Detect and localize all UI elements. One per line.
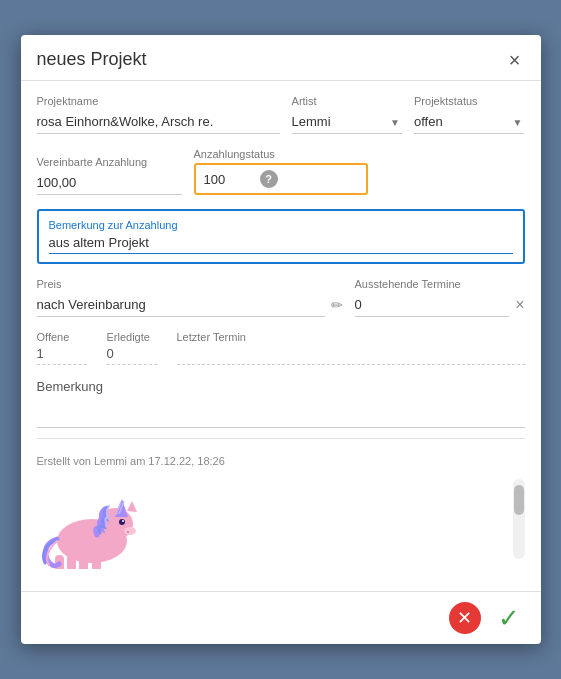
preis-label: Preis xyxy=(37,278,343,290)
cancel-button[interactable]: ✕ xyxy=(449,602,481,634)
anzahlungstatus-input[interactable] xyxy=(204,172,254,187)
ausstehende-group: Ausstehende Termine × xyxy=(355,278,525,317)
projektname-input[interactable] xyxy=(37,110,280,134)
projektname-label: Projektname xyxy=(37,95,280,107)
ausstehende-input[interactable] xyxy=(355,293,510,317)
clear-icon[interactable]: × xyxy=(515,296,524,314)
svg-point-5 xyxy=(122,520,124,522)
cancel-icon: ✕ xyxy=(457,607,472,629)
bemerkung-anzahlung-label: Bemerkung zur Anzahlung xyxy=(49,219,513,231)
letzter-termin-label: Letzter Termin xyxy=(177,331,525,343)
overlay: neues Projekt × Projektname Artist Lemmi… xyxy=(0,0,561,679)
artist-label: Artist xyxy=(292,95,402,107)
ausstehende-input-row: × xyxy=(355,293,525,317)
svg-point-6 xyxy=(124,527,136,535)
close-button[interactable]: × xyxy=(505,50,525,70)
projektstatus-label: Projektstatus xyxy=(414,95,524,107)
bemerkung-input[interactable] xyxy=(37,400,525,428)
row-projekt-info: Projektname Artist Lemmi andere ▼ Projek… xyxy=(37,95,525,134)
preis-input[interactable] xyxy=(37,293,325,317)
image-scrollbar-area xyxy=(513,479,525,559)
row-preis: Preis ✏ Ausstehende Termine × xyxy=(37,278,525,317)
svg-rect-11 xyxy=(92,557,101,569)
dialog-header: neues Projekt × xyxy=(21,35,541,81)
dialog-title: neues Projekt xyxy=(37,49,147,70)
image-area xyxy=(37,479,525,569)
svg-rect-10 xyxy=(79,557,88,569)
projektstatus-select-wrapper: offen abgeschlossen storniert ▼ xyxy=(414,110,524,134)
svg-rect-13 xyxy=(67,555,76,569)
erledigte-value: 0 xyxy=(107,346,157,365)
bemerkung-label: Bemerkung xyxy=(37,379,525,394)
row-anzahlung: Vereinbarte Anzahlung Anzahlungstatus ? xyxy=(37,148,525,195)
artist-select[interactable]: Lemmi andere xyxy=(292,110,402,134)
edit-icon[interactable]: ✏ xyxy=(331,297,343,313)
dialog-body: Projektname Artist Lemmi andere ▼ Projek… xyxy=(21,81,541,591)
vereinbarte-anzahlung-label: Vereinbarte Anzahlung xyxy=(37,156,182,168)
help-icon[interactable]: ? xyxy=(260,170,278,188)
bemerkung-section: Bemerkung xyxy=(37,379,525,428)
dialog: neues Projekt × Projektname Artist Lemmi… xyxy=(21,35,541,644)
unicorn-image xyxy=(37,479,147,569)
preis-input-row: ✏ xyxy=(37,293,343,317)
row-stats: Offene 1 Erledigte 0 Letzter Termin xyxy=(37,331,525,365)
divider xyxy=(37,438,525,439)
save-button[interactable]: ✓ xyxy=(493,602,525,634)
image-scrollbar[interactable] xyxy=(513,479,525,559)
anzahlungstatus-group: Anzahlungstatus ? xyxy=(194,148,368,195)
dialog-footer: ✕ ✓ xyxy=(21,591,541,644)
anzahlungstatus-label: Anzahlungstatus xyxy=(194,148,368,160)
erledigte-label: Erledigte xyxy=(107,331,157,343)
vereinbarte-anzahlung-input[interactable] xyxy=(37,171,182,195)
save-icon: ✓ xyxy=(498,603,520,634)
preis-group: Preis ✏ xyxy=(37,278,343,317)
projektstatus-select[interactable]: offen abgeschlossen storniert xyxy=(414,110,524,134)
letzter-termin-value xyxy=(177,346,525,365)
projektname-group: Projektname xyxy=(37,95,280,134)
offene-value: 1 xyxy=(37,346,87,365)
offene-group: Offene 1 xyxy=(37,331,87,365)
artist-group: Artist Lemmi andere ▼ xyxy=(292,95,402,134)
artist-select-wrapper: Lemmi andere ▼ xyxy=(292,110,402,134)
svg-marker-3 xyxy=(127,501,137,512)
bemerkung-anzahlung-box: Bemerkung zur Anzahlung xyxy=(37,209,525,264)
erstellt-von: Erstellt von Lemmi am 17.12.22, 18:26 xyxy=(37,449,525,467)
offene-label: Offene xyxy=(37,331,87,343)
erledigte-group: Erledigte 0 xyxy=(107,331,157,365)
scrollbar-thumb xyxy=(514,485,524,515)
letzter-termin-group: Letzter Termin xyxy=(177,331,525,365)
anzahlungstatus-box: ? xyxy=(194,163,368,195)
projektstatus-group: Projektstatus offen abgeschlossen storni… xyxy=(414,95,524,134)
ausstehende-label: Ausstehende Termine xyxy=(355,278,525,290)
bemerkung-anzahlung-input[interactable] xyxy=(49,235,513,254)
vereinbarte-anzahlung-group: Vereinbarte Anzahlung xyxy=(37,156,182,195)
svg-point-4 xyxy=(119,519,125,525)
svg-point-7 xyxy=(126,531,128,533)
